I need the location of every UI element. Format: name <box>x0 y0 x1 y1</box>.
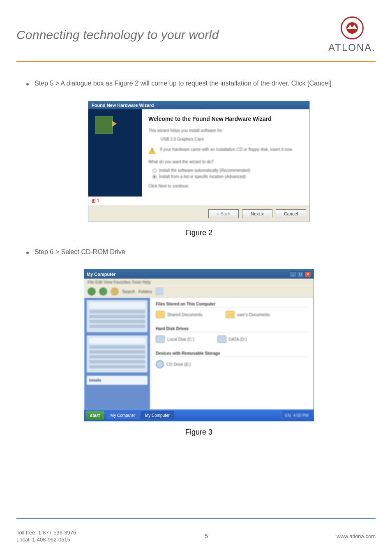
wizard-line1: This wizard helps you install software f… <box>148 128 303 133</box>
side-panel-details: Details <box>89 378 145 382</box>
wizard-heading: Welcome to the Found New Hardware Wizard <box>148 115 303 123</box>
radio-list-label: Install from a list or specific location… <box>159 174 246 179</box>
up-icon[interactable] <box>111 287 119 296</box>
item-label: user's Documents <box>237 312 270 317</box>
section-files: Files Stored on This Computer <box>156 302 308 308</box>
wizard-side-graphic <box>88 109 142 197</box>
bullet-icon <box>26 252 29 254</box>
taskbar[interactable]: start My Computer My Computer EN 4:00 PM <box>84 409 314 421</box>
footer-phones: Toll free: 1-877-536-3976 Local: 1-408-9… <box>16 529 76 543</box>
maximize-icon[interactable]: □ <box>297 271 304 277</box>
figure2-caption: Figure 2 <box>185 229 212 237</box>
wizard-cancel-button[interactable]: Cancel <box>276 209 306 218</box>
explorer-window: My Computer _ □ × File Edit View Favorit… <box>84 269 314 421</box>
section-hdd: Hard Disk Drives <box>156 326 308 332</box>
cd-icon <box>156 360 164 368</box>
brand-wordmark: ATLONA. <box>328 42 376 53</box>
toolbar-search-label[interactable]: Search <box>122 289 135 294</box>
list-item[interactable]: Local Disk (C:) <box>156 335 194 343</box>
explorer-toolbar[interactable]: Search Folders <box>84 286 314 298</box>
disk-icon <box>156 335 165 343</box>
wizard-next-button[interactable]: Next > <box>242 209 272 218</box>
wizard-titlebar: Found New Hardware Wizard <box>88 101 309 109</box>
step5-text: Step 5 > A dialogue box as Figure 2 will… <box>35 79 332 88</box>
item-label: DATA (D:) <box>229 337 247 342</box>
disk-icon <box>217 335 226 343</box>
start-button[interactable]: start <box>86 411 104 420</box>
radio-list[interactable] <box>152 175 157 179</box>
taskbar-task[interactable]: My Computer <box>141 411 174 419</box>
explorer-content: Files Stored on This Computer Shared Doc… <box>150 298 314 409</box>
list-item[interactable]: DATA (D:) <box>217 335 247 343</box>
tray-time: 4:00 PM <box>293 413 309 418</box>
logo-icon <box>341 16 364 39</box>
taskbar-task[interactable]: My Computer <box>106 411 139 419</box>
folder-icon <box>156 311 165 318</box>
side-panel-header-2 <box>89 338 145 344</box>
footer-url: www.atlona.com <box>337 533 376 539</box>
item-label: CD Drive (E:) <box>166 362 191 367</box>
wizard-dialog: Found New Hardware Wizard Welcome to the… <box>88 101 310 222</box>
radio-auto-label: Install the software automatically (Reco… <box>159 168 250 173</box>
list-item[interactable]: CD Drive (E:) <box>156 360 191 368</box>
tagline: Connecting technology to your world <box>16 28 219 42</box>
back-icon[interactable] <box>88 287 96 296</box>
figure-tag: 图 1 <box>88 197 309 206</box>
close-icon[interactable]: × <box>304 271 311 277</box>
list-item[interactable]: Shared Documents <box>156 311 203 318</box>
minimize-icon[interactable]: _ <box>290 271 296 277</box>
item-label: Local Disk (C:) <box>167 337 194 342</box>
explorer-menubar[interactable]: File Edit View Favorites Tools Help <box>84 279 314 286</box>
item-label: Shared Documents <box>167 312 203 317</box>
footer-divider <box>16 518 376 519</box>
page-number: 5 <box>205 533 208 539</box>
wizard-device: USB 2.0 Graphics Card <box>161 137 303 141</box>
step6-text: Step 6 > Select CD-ROM Drive <box>35 247 125 257</box>
views-icon[interactable] <box>155 287 164 296</box>
figure3-caption: Figure 3 <box>185 428 212 437</box>
hardware-icon <box>95 116 113 134</box>
list-item[interactable]: user's Documents <box>226 311 270 318</box>
footer-tollfree: Toll free: 1-877-536-3976 <box>16 529 76 536</box>
bullet-icon <box>26 83 29 86</box>
radio-auto[interactable] <box>152 169 157 173</box>
section-removable: Devices with Removable Storage <box>156 351 308 357</box>
footer-local: Local: 1-408-962-0515 <box>16 536 76 543</box>
wizard-warn-text: If your hardware came with an installati… <box>160 147 293 152</box>
explorer-title: My Computer <box>87 272 115 277</box>
wizard-question: What do you want the wizard to do? <box>148 160 303 164</box>
folder-icon <box>226 311 235 318</box>
explorer-side-panel: Details <box>84 298 150 409</box>
warning-icon <box>148 147 156 154</box>
wizard-back-button[interactable]: < Back <box>208 209 239 218</box>
toolbar-folders-label[interactable]: Folders <box>138 289 152 294</box>
system-tray[interactable]: EN 4:00 PM <box>281 411 312 420</box>
brand-logo: ATLONA. <box>328 16 376 53</box>
forward-icon[interactable] <box>99 287 107 296</box>
side-panel-header-1 <box>89 303 145 308</box>
wizard-continue: Click Next to continue. <box>148 184 303 188</box>
tray-lang: EN <box>285 413 291 418</box>
